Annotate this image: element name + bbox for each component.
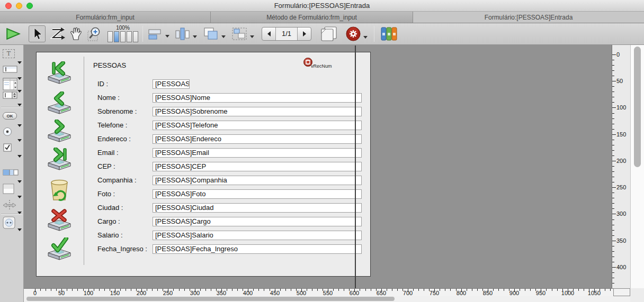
zoom-tool-button[interactable] <box>87 26 102 41</box>
zoom-bar-selected[interactable] <box>114 31 119 42</box>
field-label-foto[interactable]: Foto : <box>97 189 115 199</box>
sidebar-plugin-tool[interactable] <box>0 216 23 231</box>
field-label-cep[interactable]: CEP : <box>97 162 115 171</box>
chevron-down-icon[interactable] <box>17 61 22 64</box>
chevron-down-icon[interactable] <box>17 228 22 231</box>
chevron-down-icon[interactable] <box>250 35 254 38</box>
field-label-email[interactable]: Email : <box>97 148 119 158</box>
chevron-down-icon[interactable] <box>17 139 22 142</box>
entry-order-tool-button[interactable] <box>50 27 65 41</box>
zoom-window-button[interactable] <box>26 3 33 9</box>
tab-metodo-formulario[interactable]: Método de Formulário:frm_input <box>211 12 413 23</box>
library-button[interactable] <box>380 26 398 42</box>
tab-formulario-frm-input[interactable]: Formulário:frm_input <box>0 12 211 23</box>
field-label-id[interactable]: ID : <box>97 79 108 89</box>
listbox-tool-icon <box>3 78 17 93</box>
next-page-button[interactable] <box>297 28 311 40</box>
field-input-email[interactable]: [PESSOAS]Email <box>153 148 362 158</box>
ruler-number: 950 <box>536 290 545 296</box>
field-input-nome[interactable]: [PESSOAS]Nome <box>153 93 362 103</box>
field-label-companhia[interactable]: Companhia : <box>97 176 137 185</box>
minimize-button[interactable] <box>16 3 22 9</box>
form-canvas[interactable]: PESSOAS ID :[PESSOASNome :[PESSOAS]NomeS… <box>24 45 612 288</box>
form-editor-window: Formulário:[PESSOAS]Entrada Formulário:f… <box>0 0 644 302</box>
align-button[interactable] <box>147 27 169 41</box>
next-record-button[interactable] <box>45 120 74 145</box>
field-input-ciudad[interactable]: [PESSOAS]Ciudad <box>153 203 362 213</box>
field-input-foto[interactable]: [PESSOAS]Foto <box>153 189 362 199</box>
select-tool-button[interactable] <box>29 25 46 42</box>
form-title-text[interactable]: PESSOAS <box>93 61 126 69</box>
field-label-ciudad[interactable]: Ciudad : <box>97 203 123 213</box>
field-input-fecha-ingreso[interactable]: [PESSOAS]Fecha_Ingreso <box>153 244 362 254</box>
zoom-bar[interactable] <box>133 31 138 42</box>
sidebar-radio-tool[interactable] <box>0 127 23 142</box>
field-label-salario[interactable]: Salario : <box>97 231 123 240</box>
sidebar-stepper-tool[interactable] <box>0 91 23 106</box>
chevron-down-icon[interactable] <box>17 180 22 183</box>
delete-record-button[interactable] <box>45 178 74 203</box>
sidebar-listbox-tool[interactable] <box>0 78 23 93</box>
ruler-number: 100 <box>616 104 626 111</box>
sidebar-splitter-tool[interactable] <box>0 199 23 214</box>
object-actions-button[interactable] <box>345 26 368 42</box>
form-divider-line[interactable] <box>84 57 84 265</box>
field-input-salario[interactable]: [PESSOAS]Salario <box>153 231 362 240</box>
field-input-sobrenome[interactable]: [PESSOAS]Sobrenome <box>153 107 362 116</box>
sidebar-text-tool[interactable]: T <box>0 49 23 64</box>
sidebar-checkbox-tool[interactable] <box>0 143 23 158</box>
field-label-telefone[interactable]: Telefone : <box>97 121 127 130</box>
chevron-down-icon[interactable] <box>17 155 22 158</box>
previous-record-button[interactable] <box>45 91 74 117</box>
field-input-companhia[interactable]: [PESSOAS]Companhia <box>153 176 362 185</box>
ruler-tick <box>612 193 614 193</box>
horizontal-scrollbar-thumb[interactable] <box>26 297 395 301</box>
form-page[interactable]: PESSOAS ID :[PESSOASNome :[PESSOAS]NomeS… <box>36 52 371 277</box>
field-label-cargo[interactable]: Cargo : <box>97 217 120 226</box>
chevron-down-icon[interactable] <box>17 104 22 106</box>
field-label-nome[interactable]: Nome : <box>97 93 120 103</box>
run-button[interactable] <box>5 28 21 40</box>
chevron-down-icon[interactable] <box>193 35 197 38</box>
hand-tool-button[interactable] <box>69 27 83 41</box>
field-input-id[interactable]: [PESSOAS <box>153 79 190 89</box>
zoom-bar[interactable] <box>108 31 113 42</box>
group-button[interactable] <box>231 26 254 41</box>
zoom-bar[interactable] <box>120 31 126 42</box>
chevron-down-icon[interactable] <box>17 196 22 198</box>
horizontal-scrollbar[interactable] <box>24 296 644 302</box>
field-label-sobrenome[interactable]: Sobrenome : <box>97 107 137 116</box>
zoom-bar[interactable] <box>127 31 132 42</box>
zoom-level-control[interactable]: 100% <box>108 25 138 42</box>
tab-formulario-pessoas-entrada[interactable]: Formulário:[PESSOAS]Entrada <box>413 12 644 23</box>
sidebar-tabcontrol-tool[interactable] <box>0 168 23 183</box>
variable-name-label[interactable]: vRecNum <box>311 63 332 69</box>
field-label-fecha-ingreso[interactable]: Fecha_Ingreso : <box>97 244 147 254</box>
previous-page-button[interactable] <box>262 28 276 40</box>
vertical-scrollbar-thumb[interactable] <box>634 47 641 167</box>
layering-button[interactable] <box>202 26 226 41</box>
field-input-cep[interactable]: [PESSOAS]CEP <box>153 162 362 171</box>
first-record-button[interactable] <box>45 61 74 87</box>
ruler-tick <box>147 289 147 291</box>
chevron-down-icon[interactable] <box>363 36 368 39</box>
sidebar-rectangle-tool[interactable] <box>0 184 23 198</box>
vertical-scrollbar[interactable] <box>630 45 644 288</box>
last-record-button[interactable] <box>45 148 74 173</box>
ruler-tick <box>612 177 614 177</box>
display-pages-button[interactable] <box>320 25 338 42</box>
ruler-corner <box>613 288 630 296</box>
chevron-down-icon[interactable] <box>165 35 169 38</box>
field-input-cargo[interactable]: [PESSOAS]Cargo <box>153 217 362 226</box>
distribute-button[interactable] <box>174 26 197 41</box>
chevron-down-icon[interactable] <box>221 35 226 38</box>
field-label-endereco[interactable]: Endereco : <box>97 134 131 144</box>
field-input-endereco[interactable]: [PESSOAS]Endereco <box>153 134 362 144</box>
sidebar-button-tool[interactable]: OK <box>0 112 23 127</box>
accept-record-button[interactable] <box>45 237 74 263</box>
field-input-telefone[interactable]: [PESSOAS]Telefone <box>153 121 362 130</box>
next-record-icon <box>45 120 74 144</box>
close-button[interactable] <box>5 3 12 9</box>
ruler-tick <box>307 289 307 291</box>
cancel-record-button[interactable] <box>45 208 74 234</box>
